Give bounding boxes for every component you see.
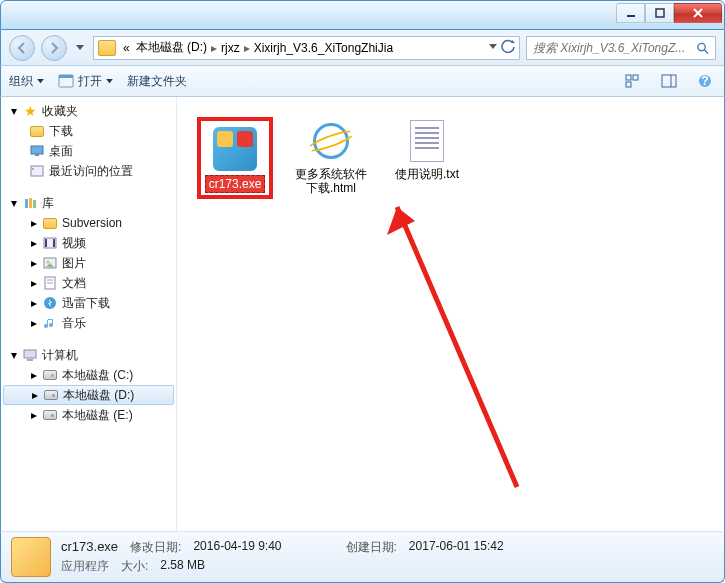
tree-item-downloads[interactable]: 下载 — [1, 121, 176, 141]
expand-icon[interactable]: ▸ — [30, 391, 39, 400]
svg-marker-6 — [511, 40, 515, 43]
picture-icon — [42, 255, 58, 271]
tree-item-pictures[interactable]: ▸图片 — [1, 253, 176, 273]
star-icon: ★ — [22, 103, 38, 119]
tree-item-videos[interactable]: ▸视频 — [1, 233, 176, 253]
search-box[interactable] — [526, 36, 716, 60]
chevron-right-icon[interactable]: ▸ — [210, 41, 218, 55]
breadcrumb-segment[interactable]: rjxz — [218, 41, 243, 55]
folder-icon — [98, 40, 116, 56]
tree-group-libraries[interactable]: ▾ 库 — [1, 193, 176, 213]
svg-line-8 — [704, 49, 708, 53]
details-mod-value: 2016-04-19 9:40 — [193, 539, 281, 556]
tree-group-computer[interactable]: ▾ 计算机 — [1, 345, 176, 365]
window-titlebar — [0, 0, 725, 30]
tree-label: 文档 — [62, 275, 86, 292]
preview-pane-button[interactable] — [658, 70, 680, 92]
svg-marker-5 — [489, 44, 497, 49]
html-icon — [307, 117, 355, 165]
file-item-exe[interactable]: cr173.exe — [197, 117, 273, 199]
main-area: ▾ ★ 收藏夹 下载 桌面 最近访问的位置 ▾ 库 ▸Subversion ▸视… — [0, 97, 725, 531]
breadcrumb-overflow[interactable]: « — [120, 41, 133, 55]
svg-rect-25 — [29, 198, 32, 208]
tree-item-documents[interactable]: ▸文档 — [1, 273, 176, 293]
svg-rect-26 — [33, 200, 36, 208]
tree-label: 视频 — [62, 235, 86, 252]
music-icon — [42, 315, 58, 331]
file-label: cr173.exe — [205, 175, 266, 193]
svg-text:?: ? — [701, 74, 708, 88]
tree-item-drive-c[interactable]: ▸本地磁盘 (C:) — [1, 365, 176, 385]
svg-marker-4 — [76, 45, 84, 50]
application-icon — [58, 73, 74, 89]
svg-rect-16 — [662, 75, 676, 87]
expand-icon[interactable]: ▸ — [29, 319, 38, 328]
forward-button[interactable] — [41, 35, 67, 61]
back-button[interactable] — [9, 35, 35, 61]
drive-icon — [43, 387, 59, 403]
tree-item-drive-e[interactable]: ▸本地磁盘 (E:) — [1, 405, 176, 425]
open-button[interactable]: 打开 — [58, 73, 113, 90]
details-mod-label: 修改日期: — [130, 539, 181, 556]
view-options-button[interactable] — [622, 70, 644, 92]
close-button[interactable] — [674, 3, 722, 23]
help-button[interactable]: ? — [694, 70, 716, 92]
svg-rect-28 — [45, 239, 47, 247]
tree-label: 桌面 — [49, 143, 73, 160]
svg-rect-29 — [53, 239, 55, 247]
expand-icon[interactable]: ▸ — [29, 411, 38, 420]
file-item-txt[interactable]: 使用说明.txt — [389, 117, 465, 181]
command-bar: 组织 打开 新建文件夹 ? — [0, 65, 725, 97]
tree-label: 本地磁盘 (E:) — [62, 407, 133, 424]
expand-icon[interactable]: ▸ — [29, 371, 38, 380]
tree-item-thunder[interactable]: ▸迅雷下载 — [1, 293, 176, 313]
chevron-right-icon[interactable]: ▸ — [243, 41, 251, 55]
svg-rect-38 — [24, 350, 36, 358]
tree-group-favorites[interactable]: ▾ ★ 收藏夹 — [1, 101, 176, 121]
document-icon — [42, 275, 58, 291]
tree-label: 下载 — [49, 123, 73, 140]
tree-item-recent[interactable]: 最近访问的位置 — [1, 161, 176, 181]
expand-icon[interactable]: ▸ — [29, 299, 38, 308]
recent-icon — [29, 163, 45, 179]
collapse-icon[interactable]: ▾ — [9, 107, 18, 116]
search-input[interactable] — [533, 41, 696, 55]
refresh-icon[interactable] — [501, 39, 515, 56]
tree-item-music[interactable]: ▸音乐 — [1, 313, 176, 333]
svg-rect-15 — [626, 82, 631, 87]
collapse-icon[interactable]: ▾ — [9, 351, 18, 360]
expand-icon[interactable]: ▸ — [29, 279, 38, 288]
search-icon[interactable] — [696, 41, 709, 55]
file-item-html[interactable]: 更多系统软件下载.html — [293, 117, 369, 195]
collapse-icon[interactable]: ▾ — [9, 199, 18, 208]
maximize-button[interactable] — [645, 3, 674, 23]
breadcrumb-segment[interactable]: Xixirjh_V3.6_XiTongZhiJia — [251, 41, 396, 55]
drive-icon — [42, 367, 58, 383]
svg-rect-24 — [25, 199, 28, 208]
organize-menu[interactable]: 组织 — [9, 73, 44, 90]
svg-rect-1 — [656, 9, 664, 17]
address-bar[interactable]: « 本地磁盘 (D:) ▸ rjxz ▸ Xixirjh_V3.6_XiTong… — [93, 36, 520, 60]
address-dropdown-icon[interactable] — [489, 39, 497, 56]
svg-point-7 — [698, 43, 705, 50]
expand-icon[interactable]: ▸ — [29, 219, 38, 228]
breadcrumb-segment[interactable]: 本地磁盘 (D:) — [133, 39, 210, 56]
file-list-pane[interactable]: cr173.exe 更多系统软件下载.html 使用说明.txt — [177, 97, 724, 531]
details-size-label: 大小: — [121, 558, 148, 575]
tree-label: 收藏夹 — [42, 103, 78, 120]
svg-rect-39 — [27, 359, 33, 361]
expand-icon[interactable]: ▸ — [29, 259, 38, 268]
tree-item-desktop[interactable]: 桌面 — [1, 141, 176, 161]
svg-point-31 — [47, 261, 50, 264]
tree-label: Subversion — [62, 216, 122, 230]
tree-item-drive-d[interactable]: ▸本地磁盘 (D:) — [3, 385, 174, 405]
tree-label: 音乐 — [62, 315, 86, 332]
minimize-button[interactable] — [616, 3, 645, 23]
nav-history-dropdown[interactable] — [73, 39, 87, 57]
new-folder-button[interactable]: 新建文件夹 — [127, 73, 187, 90]
file-label: 更多系统软件下载.html — [293, 167, 369, 195]
svg-rect-14 — [633, 75, 638, 80]
expand-icon[interactable]: ▸ — [29, 239, 38, 248]
tree-item-subversion[interactable]: ▸Subversion — [1, 213, 176, 233]
tree-label: 迅雷下载 — [62, 295, 110, 312]
